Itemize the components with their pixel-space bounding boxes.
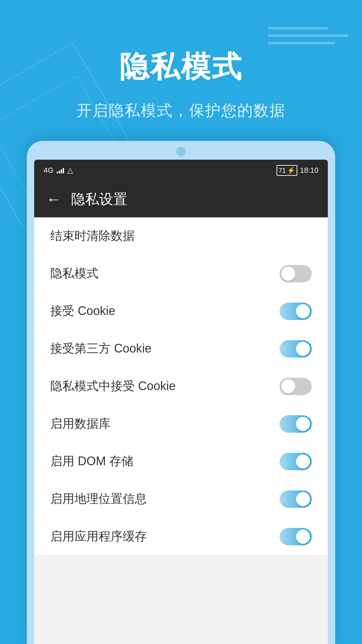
- toggle-knob: [296, 304, 310, 318]
- settings-item-third-party-cookie[interactable]: 接受第三方 Cookie: [34, 330, 328, 368]
- toggle-knob: [296, 342, 310, 356]
- app-header-title: 隐私设置: [71, 190, 127, 209]
- toggle-knob: [281, 379, 295, 393]
- wifi-icon: △: [67, 166, 73, 175]
- main-title: 隐私模式: [0, 47, 362, 87]
- toggle-private-cookie[interactable]: [280, 378, 312, 395]
- charging-icon: ⚡: [287, 166, 295, 174]
- status-right: 71 ⚡ 18:10: [277, 165, 318, 176]
- toggle-enable-db[interactable]: [280, 415, 312, 433]
- settings-label-third-party-cookie: 接受第三方 Cookie: [50, 340, 152, 357]
- settings-item-private-mode[interactable]: 隐私模式: [34, 255, 328, 292]
- settings-label-geolocation: 启用地理位置信息: [50, 491, 147, 507]
- settings-item-geolocation[interactable]: 启用地理位置信息: [34, 480, 328, 518]
- toggle-knob: [296, 492, 310, 506]
- signal-icon: [57, 167, 64, 173]
- toggle-knob: [296, 530, 310, 544]
- toggle-third-party-cookie[interactable]: [280, 340, 312, 358]
- time-display: 18:10: [300, 166, 318, 175]
- toggle-private-mode[interactable]: [280, 265, 312, 282]
- toggle-accept-cookie[interactable]: [280, 303, 312, 320]
- settings-item-accept-cookie[interactable]: 接受 Cookie: [34, 292, 328, 330]
- toggle-knob: [281, 267, 295, 281]
- header-section: 隐私模式 开启隐私模式，保护您的数据: [0, 0, 362, 121]
- toggle-knob: [296, 417, 310, 431]
- settings-item-private-cookie[interactable]: 隐私模式中接受 Cookie: [34, 368, 328, 405]
- settings-list: 结束时清除数据 隐私模式 接受 Cookie 接受第三方 Cookie: [34, 217, 328, 555]
- status-bar: 4G △ 71 ⚡ 18:10: [34, 160, 328, 181]
- settings-label-enable-db: 启用数据库: [50, 416, 111, 432]
- toggle-app-cache[interactable]: [280, 528, 312, 545]
- settings-label-accept-cookie: 接受 Cookie: [50, 303, 115, 319]
- phone-screen: 4G △ 71 ⚡ 18:10 ← 隐私设置 结束时清除数: [34, 160, 328, 644]
- status-left: 4G △: [44, 166, 73, 175]
- sub-title: 开启隐私模式，保护您的数据: [0, 100, 362, 121]
- settings-item-app-cache[interactable]: 启用应用程序缓存: [34, 518, 328, 555]
- toggle-dom-storage[interactable]: [280, 453, 312, 470]
- battery-level: 71: [279, 167, 286, 174]
- toggle-geolocation[interactable]: [280, 490, 312, 508]
- battery-indicator: 71 ⚡: [277, 165, 297, 176]
- phone-camera: [176, 147, 186, 156]
- settings-item-enable-db[interactable]: 启用数据库: [34, 405, 328, 443]
- settings-item-dom-storage[interactable]: 启用 DOM 存储: [34, 443, 328, 480]
- phone-frame: 4G △ 71 ⚡ 18:10 ← 隐私设置 结束时清除数: [27, 141, 335, 644]
- network-type: 4G: [44, 166, 53, 175]
- settings-label-dom-storage: 启用 DOM 存储: [50, 453, 133, 470]
- settings-label-clear-data: 结束时清除数据: [50, 228, 135, 244]
- app-header: ← 隐私设置: [34, 181, 328, 217]
- settings-label-private-mode: 隐私模式: [50, 265, 99, 282]
- settings-label-private-cookie: 隐私模式中接受 Cookie: [50, 378, 176, 394]
- toggle-knob: [296, 454, 310, 469]
- settings-label-app-cache: 启用应用程序缓存: [50, 528, 147, 545]
- settings-item-clear-data[interactable]: 结束时清除数据: [34, 217, 328, 255]
- back-button[interactable]: ←: [46, 191, 61, 208]
